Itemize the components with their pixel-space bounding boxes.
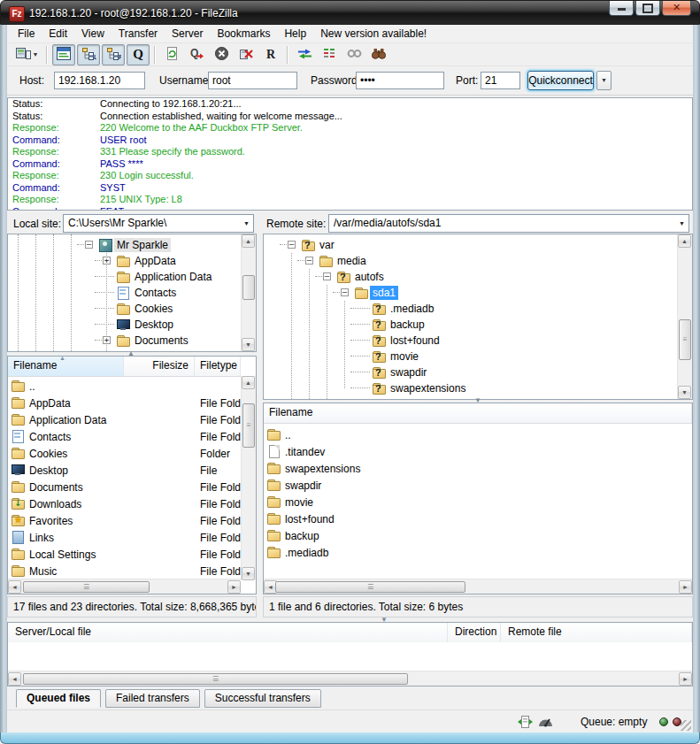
maximize-button[interactable] (635, 1, 660, 16)
process-queue-button[interactable]: Q (185, 44, 208, 65)
scrollbar-thumb[interactable]: ≡ (242, 403, 255, 448)
password-input[interactable] (356, 72, 444, 89)
tree-item-contacts[interactable]: Contacts (8, 285, 241, 301)
file-compare-button[interactable] (318, 44, 341, 65)
tree-item-swapdir[interactable]: ?swapdir (264, 364, 677, 380)
tree-item-autofs[interactable]: –?autofs (264, 269, 677, 285)
tree-item-swapextensions[interactable]: ?swapextensions (264, 380, 677, 396)
toggle-local-tree-button[interactable]: L (77, 44, 100, 65)
scrollbar-thumb[interactable] (242, 275, 255, 300)
column-header-filename[interactable]: Filename▲ (8, 357, 124, 376)
file-row-desktop[interactable]: DesktopFile (8, 462, 241, 479)
minimize-button[interactable] (609, 1, 634, 16)
close-button[interactable]: ✕ (662, 1, 691, 16)
expand-expander[interactable]: + (103, 257, 111, 265)
scroll-down-button[interactable]: ▼ (242, 338, 255, 351)
reconnect-button[interactable]: R (259, 44, 282, 65)
menu-item-new-version-available[interactable]: New version available! (313, 26, 434, 42)
file-row-swapextensions[interactable]: swapextensions (264, 460, 692, 477)
queue-column-remote-file[interactable]: Remote file (501, 623, 692, 642)
scroll-left-button[interactable]: ◄ (8, 580, 21, 594)
collapse-down-icon[interactable]: ▼ (381, 617, 388, 624)
tree-item-application-data[interactable]: Application Data (8, 269, 241, 285)
file-row-lost-found[interactable]: lost+found (264, 510, 692, 527)
menu-item-bookmarks[interactable]: Bookmarks (210, 26, 277, 42)
tree-item-dvd[interactable]: ?dvd (264, 396, 677, 400)
vertical-scrollbar[interactable]: ▲▼ (241, 234, 256, 351)
file-row-mediadb[interactable]: .mediadb (264, 544, 692, 561)
tree-item-documents[interactable]: +Documents (8, 333, 241, 349)
collapse-expander[interactable]: – (305, 257, 313, 265)
file-row-movie[interactable]: movie (264, 494, 692, 510)
queue-column-direction[interactable]: Direction (448, 623, 501, 642)
file-row-music[interactable]: MusicFile Folder (8, 563, 241, 579)
queue-column-server-local-file[interactable]: Server/Local file (8, 623, 448, 642)
toggle-remote-tree-button[interactable]: F (102, 44, 125, 65)
collapse-expander[interactable]: – (323, 272, 331, 280)
column-header-filetype[interactable]: Filetype (195, 357, 241, 376)
remote-site-combobox[interactable]: /var/media/autofs/sda1 ▼ (328, 214, 689, 233)
file-row-documents[interactable]: DocumentsFile Folder (8, 479, 241, 495)
menu-item-help[interactable]: Help (277, 26, 313, 42)
horizontal-scrollbar[interactable]: ◄►☰ (8, 579, 241, 594)
disconnect-button[interactable] (235, 44, 258, 65)
tree-item-var[interactable]: –?var (264, 237, 677, 253)
scrollbar-thumb[interactable]: ≡ (679, 319, 691, 360)
expand-expander[interactable]: + (103, 336, 111, 344)
menu-item-server[interactable]: Server (165, 26, 210, 42)
menu-item-edit[interactable]: Edit (42, 26, 74, 42)
vertical-scrollbar[interactable]: ▲▼≡ (241, 376, 256, 580)
tree-item-cookies[interactable]: Cookies (8, 301, 241, 317)
file-row-favorites[interactable]: ★FavoritesFile Folder (8, 512, 241, 529)
collapse-expander[interactable]: – (288, 241, 296, 249)
scroll-left-button[interactable]: ◄ (8, 672, 21, 686)
column-header-filename[interactable]: Filename (264, 403, 692, 423)
file-row-backup[interactable]: backup (264, 527, 692, 544)
tree-item-backup[interactable]: ?backup (264, 317, 677, 333)
scrollbar-thumb[interactable]: ☰ (23, 581, 150, 593)
local-site-combobox[interactable]: C:\Users\Mr Sparkle\ ▼ (63, 214, 254, 233)
file-row-local-settings[interactable]: Local SettingsFile Folder (8, 546, 241, 563)
site-manager-button[interactable]: ▼ (12, 44, 42, 65)
file-row-application-data[interactable]: Application DataFile Folder (8, 411, 241, 428)
menu-item-view[interactable]: View (74, 26, 112, 42)
file-row-appdata[interactable]: AppDataFile Folder (8, 395, 241, 411)
tree-item-sda1[interactable]: –sda1 (264, 285, 677, 301)
tab-successful-transfers[interactable]: Successful transfers (204, 689, 321, 708)
file-row-titandev[interactable]: .titandev (264, 443, 692, 460)
tree-item-mr-sparkle[interactable]: –Mr Sparkle (8, 237, 241, 253)
tree-item-mediadb[interactable]: ?.mediadb (264, 301, 677, 317)
tree-item-appdata[interactable]: +AppData (8, 253, 241, 269)
host-input[interactable] (54, 72, 145, 89)
file-row-item[interactable]: .. (264, 426, 692, 443)
file-row-cookies[interactable]: CookiesFolder (8, 445, 241, 462)
scroll-right-button[interactable]: ► (227, 580, 241, 594)
toggle-message-log-button[interactable] (52, 44, 75, 65)
tree-item-movie[interactable]: ?movie (264, 349, 677, 364)
scroll-right-button[interactable]: ► (679, 672, 692, 686)
tree-item-downloads[interactable]: +↓Downloads (8, 349, 241, 352)
search-button[interactable] (367, 44, 390, 65)
horizontal-scrollbar[interactable]: ◄►☰ (8, 671, 692, 686)
directory-comparison-button[interactable] (293, 44, 316, 65)
speed-limit-icon[interactable] (538, 716, 553, 730)
quickconnect-button[interactable]: Quickconnect (527, 71, 594, 90)
tree-item-desktop[interactable]: Desktop (8, 317, 241, 333)
scroll-down-button[interactable]: ▼ (242, 567, 255, 580)
file-row-swapdir[interactable]: swapdir (264, 477, 692, 494)
scroll-up-button[interactable]: ▲ (242, 376, 255, 389)
file-row-downloads[interactable]: ↓DownloadsFile Folder (8, 495, 241, 512)
tree-item-media[interactable]: –media (264, 253, 677, 269)
scroll-right-button[interactable]: ► (679, 580, 692, 594)
tree-item-lost-found[interactable]: ?lost+found (264, 333, 677, 349)
scroll-up-button[interactable]: ▲ (242, 234, 255, 248)
horizontal-scrollbar[interactable]: ◄►☰ (264, 579, 692, 594)
scrollbar-thumb[interactable]: ☰ (275, 581, 465, 593)
column-header-filesize[interactable]: Filesize (124, 357, 195, 376)
collapse-expander[interactable]: – (341, 288, 349, 296)
transfer-type-icon[interactable] (518, 715, 533, 732)
resize-grip[interactable] (681, 720, 691, 731)
vertical-scrollbar[interactable]: ▲▼≡ (677, 234, 692, 399)
collapse-expander[interactable]: – (85, 241, 93, 249)
file-row-item[interactable]: .. (8, 378, 241, 395)
